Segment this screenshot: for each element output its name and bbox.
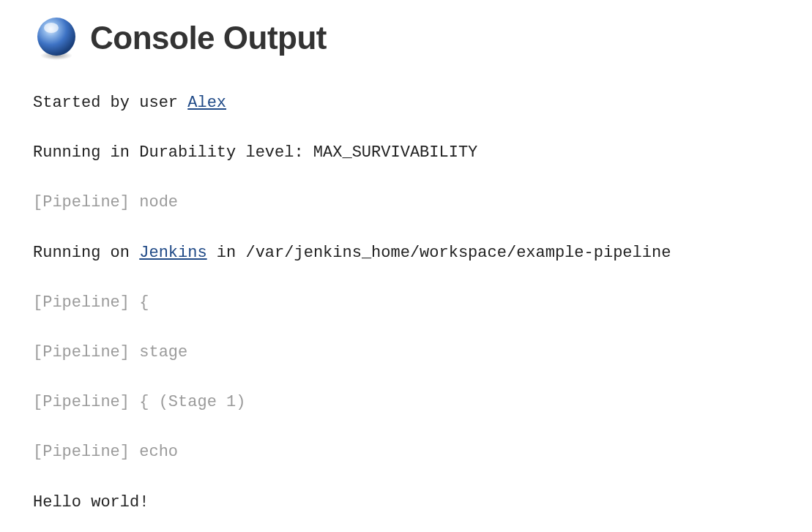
blue-ball-icon bbox=[33, 15, 80, 61]
console-line: [Pipeline] stage bbox=[33, 340, 812, 365]
console-line: Running in Durability level: MAX_SURVIVA… bbox=[33, 141, 812, 165]
user-link[interactable]: Alex bbox=[187, 94, 226, 112]
svg-point-2 bbox=[44, 23, 59, 33]
console-line: [Pipeline] { bbox=[33, 291, 812, 315]
console-text: in /var/jenkins_home/workspace/example-p… bbox=[207, 244, 671, 262]
console-line: [Pipeline] node bbox=[33, 190, 812, 215]
console-line: Hello world! bbox=[33, 490, 812, 515]
console-line: Started by user Alex bbox=[33, 91, 812, 116]
console-line: [Pipeline] echo bbox=[33, 440, 812, 465]
page-title: Console Output bbox=[90, 20, 327, 56]
console-output: Started by user Alex Running in Durabili… bbox=[33, 91, 812, 532]
console-text: Started by user bbox=[33, 94, 187, 112]
console-text: Running on bbox=[33, 244, 139, 262]
console-line: [Pipeline] { (Stage 1) bbox=[33, 390, 812, 415]
console-line: Running on Jenkins in /var/jenkins_home/… bbox=[33, 241, 812, 266]
page-header: Console Output bbox=[33, 15, 812, 61]
node-link[interactable]: Jenkins bbox=[139, 244, 206, 262]
svg-point-1 bbox=[37, 18, 75, 56]
